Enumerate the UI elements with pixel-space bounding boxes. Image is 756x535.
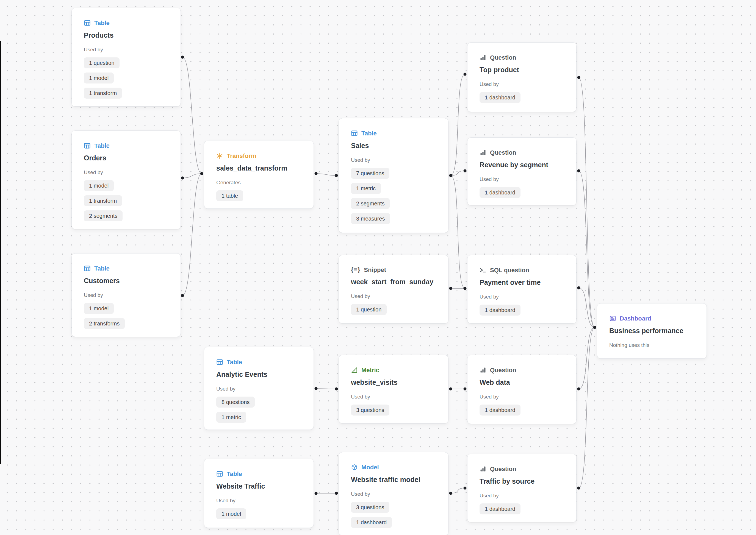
card-type-badge: Question <box>480 367 564 374</box>
edge-payment-dashboard <box>579 288 595 327</box>
card-type-badge: Metric <box>351 367 436 374</box>
lineage-card-website_traffic[interactable]: TableWebsite TrafficUsed by1 model <box>204 459 314 528</box>
lineage-card-payment[interactable]: SQL questionPayment over timeUsed by1 da… <box>467 255 576 324</box>
snippet-icon: {≡} <box>351 267 360 273</box>
card-section-label: Used by <box>84 170 168 175</box>
card-title: Business performance <box>609 327 694 335</box>
lineage-card-top_product[interactable]: QuestionTop productUsed by1 dashboard <box>467 42 576 112</box>
usage-chip[interactable]: 2 transforms <box>84 318 125 329</box>
port-dot <box>577 169 580 173</box>
card-section-label: Used by <box>480 493 564 498</box>
port-dot <box>315 172 318 175</box>
card-section-label: Used by <box>351 294 436 299</box>
usage-chip[interactable]: 3 questions <box>351 405 390 415</box>
usage-chip[interactable]: 1 model <box>84 180 114 191</box>
card-type-badge: Table <box>84 19 168 26</box>
card-type-label: Question <box>490 466 516 472</box>
lineage-card-revenue[interactable]: QuestionRevenue by segmentUsed by1 dashb… <box>467 137 576 206</box>
port-dot <box>181 56 184 59</box>
lineage-card-sales[interactable]: TableSalesUsed by7 questions1 metric2 se… <box>338 118 449 233</box>
transform-icon <box>216 153 223 159</box>
table-icon <box>216 359 223 366</box>
port-dot <box>577 487 580 490</box>
card-section-label: Used by <box>84 293 168 298</box>
port-dot <box>449 492 452 495</box>
card-type-label: Question <box>490 367 516 373</box>
card-type-badge: Question <box>480 465 564 472</box>
usage-chip[interactable]: 1 metric <box>216 412 246 423</box>
edge-web_data-dashboard <box>579 327 595 389</box>
usage-chip[interactable]: 1 question <box>84 57 120 69</box>
edge-customers-transform <box>183 174 202 296</box>
usage-chip[interactable]: 1 dashboard <box>480 187 520 198</box>
port-dot <box>464 73 467 76</box>
card-type-badge: Question <box>480 54 564 61</box>
usage-chip[interactable]: 1 model <box>216 508 246 519</box>
usage-chip[interactable]: 1 model <box>84 72 114 83</box>
lineage-card-analytic[interactable]: TableAnalytic EventsUsed by8 questions1 … <box>204 347 314 430</box>
lineage-card-customers[interactable]: TableCustomersUsed by1 model2 transforms <box>72 253 181 337</box>
lineage-card-orders[interactable]: TableOrdersUsed by1 model1 transform2 se… <box>72 130 181 229</box>
dashboard-icon <box>609 315 616 322</box>
port-dot <box>464 287 467 290</box>
usage-chip[interactable]: 1 dashboard <box>480 503 520 514</box>
usage-chip[interactable]: 1 dashboard <box>480 92 520 103</box>
port-dot <box>464 169 467 173</box>
card-section-label: Used by <box>480 82 564 87</box>
usage-chip[interactable]: 1 model <box>84 303 114 314</box>
port-dot <box>449 174 452 177</box>
card-type-badge: Transform <box>216 153 302 159</box>
edge-revenue-dashboard <box>579 171 595 327</box>
edge-sales-top_product <box>451 74 465 176</box>
lineage-card-products[interactable]: TableProductsUsed by1 question1 model1 t… <box>72 8 181 106</box>
usage-chip[interactable]: 8 questions <box>216 397 255 408</box>
card-type-badge: SQL question <box>480 267 564 273</box>
port-dot <box>315 492 318 495</box>
usage-chip[interactable]: 2 segments <box>351 198 390 209</box>
usage-chip[interactable]: 2 segments <box>84 211 123 221</box>
usage-chip[interactable]: 1 dashboard <box>480 305 520 316</box>
usage-chip[interactable]: 3 measures <box>351 213 390 224</box>
window-edge-bar <box>0 41 1 464</box>
port-dot <box>449 387 452 390</box>
card-type-label: Table <box>94 20 110 26</box>
port-dot <box>181 177 184 180</box>
lineage-card-website_visits[interactable]: Metricwebsite_visitsUsed by3 questions <box>338 355 449 424</box>
usage-chip[interactable]: 1 metric <box>351 183 381 194</box>
lineage-canvas[interactable]: TableProductsUsed by1 question1 model1 t… <box>0 0 756 535</box>
card-title: Orders <box>84 154 168 162</box>
usage-chip[interactable]: 1 transform <box>84 195 122 206</box>
model-icon <box>351 464 358 471</box>
lineage-card-snippet[interactable]: {≡}Snippetweek_start_from_sundayUsed by1… <box>338 255 449 324</box>
question-icon <box>480 54 486 61</box>
card-title: week_start_from_sunday <box>351 278 436 286</box>
usage-chip[interactable]: 1 table <box>216 190 243 201</box>
usage-chip[interactable]: 1 transform <box>84 88 122 99</box>
table-icon <box>84 19 91 26</box>
table-icon <box>216 470 223 477</box>
usage-chip[interactable]: 7 questions <box>351 168 390 179</box>
card-section-label: Used by <box>216 498 302 503</box>
lineage-card-traffic_by_source[interactable]: QuestionTraffic by sourceUsed by1 dashbo… <box>467 454 576 522</box>
usage-chip[interactable]: 1 question <box>351 304 387 315</box>
card-title: Customers <box>84 277 168 285</box>
sql-icon <box>480 267 486 273</box>
edge-sales-payment <box>451 176 465 288</box>
usage-chip[interactable]: 1 dashboard <box>351 517 392 528</box>
edge-top_product-dashboard <box>579 77 595 327</box>
card-title: Revenue by segment <box>480 161 564 169</box>
metric-icon <box>351 367 358 374</box>
card-type-label: Metric <box>362 367 379 373</box>
lineage-card-dashboard[interactable]: DashboardBusiness performanceNothing use… <box>597 303 707 359</box>
edge-orders-transform <box>183 174 202 178</box>
card-title: Website traffic model <box>351 476 436 484</box>
port-dot <box>593 326 596 329</box>
lineage-card-transform[interactable]: Transformsales_data_transformGenerates1 … <box>204 141 314 209</box>
lineage-card-web_data[interactable]: QuestionWeb dataUsed by1 dashboard <box>467 355 576 424</box>
usage-chip[interactable]: 1 dashboard <box>480 405 520 415</box>
card-type-label: Model <box>362 465 379 470</box>
usage-chip[interactable]: 3 questions <box>351 502 390 513</box>
card-type-badge: Table <box>216 470 302 477</box>
lineage-card-model[interactable]: ModelWebsite traffic modelUsed by3 quest… <box>338 452 449 535</box>
card-type-label: Table <box>362 130 377 136</box>
